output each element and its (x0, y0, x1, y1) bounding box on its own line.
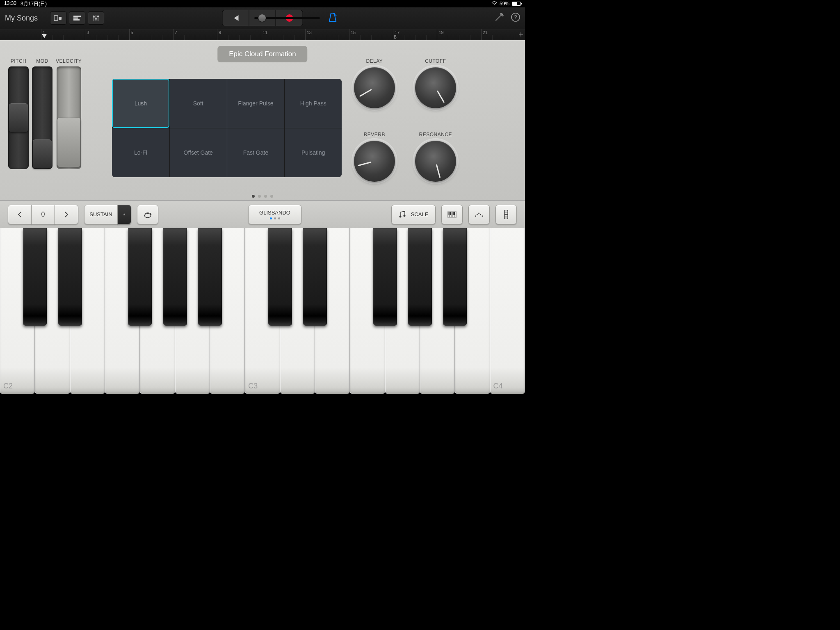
svg-rect-10 (123, 214, 125, 215)
svg-rect-3 (73, 18, 78, 19)
status-time: 13:30 (4, 0, 16, 7)
mixer-button[interactable] (88, 11, 104, 25)
velocity-label: VELOCITY (56, 58, 82, 64)
wifi-icon (491, 1, 497, 7)
instrument-panel: Epic Cloud Formation PITCH MOD VELOCITY … (0, 40, 525, 200)
ruler-bar: 3 (85, 29, 89, 40)
pitch-label: PITCH (11, 58, 27, 64)
page-indicator[interactable] (252, 195, 273, 198)
view-browser-button[interactable] (50, 11, 66, 25)
app-toolbar: My Songs ? (0, 7, 525, 29)
sound-pad[interactable]: Offset Gate (170, 128, 227, 178)
ruler-bar: 5 (129, 29, 133, 40)
sound-pad[interactable]: Pulsating (285, 128, 342, 178)
svg-rect-18 (475, 215, 476, 217)
black-key[interactable] (128, 228, 152, 326)
black-key[interactable] (443, 228, 467, 326)
sustain-button[interactable]: SUSTAIN (84, 205, 118, 224)
svg-rect-4 (73, 19, 80, 21)
chord-strips-button[interactable] (495, 205, 517, 224)
svg-rect-19 (477, 214, 478, 215)
keyboard-layout-button[interactable] (441, 205, 463, 224)
ruler-bar: 9 (217, 29, 221, 40)
knob-area: DELAYCUTOFFREVERBRESONANCE (347, 58, 462, 197)
mod-label: MOD (36, 58, 48, 64)
svg-point-11 (399, 215, 401, 217)
svg-point-12 (403, 215, 405, 217)
sound-pad[interactable]: Soft (170, 79, 227, 128)
knob-label: CUTOFF (425, 58, 446, 64)
sound-pad[interactable]: Lush (112, 79, 169, 128)
octave-down-button[interactable] (8, 205, 32, 224)
ruler-bar: 15 (349, 29, 356, 40)
timeline-ruler[interactable]: + 1357911131517B1921 (0, 29, 525, 40)
svg-point-6 (95, 18, 97, 20)
octave-up-button[interactable] (55, 205, 78, 224)
ruler-bar: 13 (305, 29, 312, 40)
fader-group: PITCH MOD VELOCITY (8, 58, 82, 197)
cutoff-knob[interactable] (415, 67, 456, 108)
preset-selector[interactable]: Epic Cloud Formation (217, 46, 307, 62)
black-key[interactable] (58, 228, 82, 326)
reverb-knob[interactable] (354, 141, 395, 182)
ruler-bar: 19 (437, 29, 443, 40)
knob-label: DELAY (366, 58, 383, 64)
help-button[interactable]: ? (511, 13, 520, 23)
svg-rect-20 (478, 212, 479, 214)
piano-keyboard[interactable]: C2C3C4 (0, 228, 525, 394)
scale-button[interactable]: SCALE (391, 205, 436, 224)
status-bar: 13:30 3月17日(日) 59% (0, 0, 525, 7)
go-to-start-button[interactable] (223, 10, 249, 26)
svg-rect-0 (54, 16, 58, 21)
svg-point-5 (93, 16, 95, 18)
glissando-button[interactable]: GLISSANDO (248, 205, 301, 224)
delay-knob[interactable] (354, 67, 395, 108)
svg-point-7 (97, 16, 99, 17)
keyboard-toolbar: 0 SUSTAIN GLISSANDO SCALE (0, 200, 525, 228)
black-key[interactable] (408, 228, 432, 326)
sustain-lock-button[interactable] (117, 205, 131, 224)
svg-rect-16 (453, 212, 454, 215)
black-key[interactable] (373, 228, 397, 326)
black-key[interactable] (198, 228, 222, 326)
black-key[interactable] (23, 228, 47, 326)
add-section-button[interactable]: + (518, 30, 523, 39)
sound-pad[interactable]: Fast Gate (227, 128, 284, 178)
knob-label: REVERB (364, 132, 385, 137)
velocity-fader[interactable] (57, 66, 81, 169)
octave-value: 0 (31, 205, 55, 224)
glissando-label: GLISSANDO (259, 210, 290, 216)
black-key[interactable] (303, 228, 327, 326)
sound-pad[interactable]: Flanger Pulse (227, 79, 284, 128)
black-key[interactable] (163, 228, 187, 326)
my-songs-button[interactable]: My Songs (5, 14, 38, 23)
pitch-fader[interactable] (8, 66, 29, 169)
sound-pad[interactable]: Lo-Fi (112, 128, 169, 178)
battery-icon (512, 2, 521, 6)
svg-rect-22 (482, 215, 483, 217)
tracks-view-button[interactable] (69, 11, 85, 25)
keyboard-rotate-button[interactable] (137, 205, 158, 224)
black-key[interactable] (268, 228, 292, 326)
svg-rect-1 (59, 17, 62, 20)
ruler-bar: 21 (481, 29, 488, 40)
svg-rect-2 (73, 16, 81, 17)
sound-pad[interactable]: High Pass (285, 79, 342, 128)
scale-label: SCALE (411, 211, 429, 217)
master-volume-slider[interactable] (254, 17, 320, 19)
ruler-bar: 7 (173, 29, 177, 40)
white-key[interactable]: C4 (490, 228, 525, 394)
settings-button[interactable] (495, 13, 504, 23)
svg-text:?: ? (514, 14, 517, 21)
ruler-bar: 11 (261, 29, 267, 40)
status-date: 3月17日(日) (21, 0, 47, 7)
mod-fader[interactable] (32, 66, 52, 169)
svg-rect-15 (450, 212, 451, 215)
svg-rect-21 (480, 214, 482, 215)
knob-label: RESONANCE (419, 132, 452, 137)
resonance-knob[interactable] (415, 141, 456, 182)
sound-pad-grid: LushSoftFlanger PulseHigh PassLo-FiOffse… (112, 79, 342, 177)
arpeggiator-button[interactable] (468, 205, 490, 224)
svg-rect-17 (454, 212, 455, 215)
metronome-button[interactable] (328, 12, 337, 24)
